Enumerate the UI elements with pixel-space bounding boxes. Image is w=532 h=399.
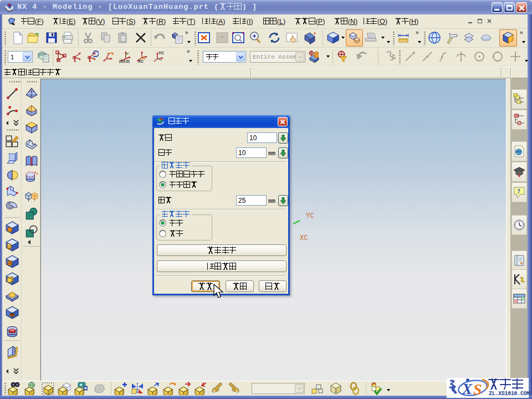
svg-text:XC: XC (138, 59, 144, 63)
svg-text:YC: YC (158, 51, 164, 55)
svg-text:?: ? (517, 187, 520, 195)
svg-text:X: X (462, 381, 473, 397)
svg-text:(0,0,0): (0,0,0) (119, 59, 130, 63)
svg-text:S: S (473, 381, 482, 398)
